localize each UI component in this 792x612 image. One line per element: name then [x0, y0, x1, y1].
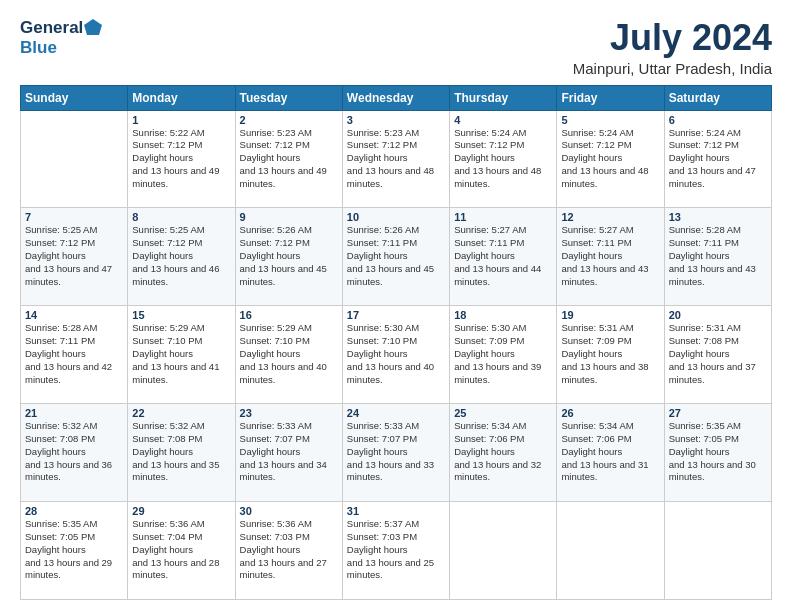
day-number: 20: [669, 309, 767, 321]
logo: General Blue: [20, 18, 102, 58]
col-tuesday: Tuesday: [235, 85, 342, 110]
day-number: 7: [25, 211, 123, 223]
day-number: 1: [132, 114, 230, 126]
day-number: 9: [240, 211, 338, 223]
svg-marker-0: [84, 19, 102, 35]
title-month-year: July 2024: [573, 18, 772, 58]
col-saturday: Saturday: [664, 85, 771, 110]
day-number: 4: [454, 114, 552, 126]
calendar-table: Sunday Monday Tuesday Wednesday Thursday…: [20, 85, 772, 600]
day-number: 3: [347, 114, 445, 126]
logo-icon: [84, 19, 102, 35]
day-info: Sunrise: 5:31 AM Sunset: 7:09 PM Dayligh…: [561, 322, 659, 386]
day-info: Sunrise: 5:23 AM Sunset: 7:12 PM Dayligh…: [347, 127, 445, 191]
day-number: 14: [25, 309, 123, 321]
table-row: 15 Sunrise: 5:29 AM Sunset: 7:10 PM Dayl…: [128, 306, 235, 404]
day-number: 26: [561, 407, 659, 419]
day-number: 28: [25, 505, 123, 517]
title-location: Mainpuri, Uttar Pradesh, India: [573, 60, 772, 77]
day-number: 31: [347, 505, 445, 517]
table-row: 16 Sunrise: 5:29 AM Sunset: 7:10 PM Dayl…: [235, 306, 342, 404]
table-row: 1 Sunrise: 5:22 AM Sunset: 7:12 PM Dayli…: [128, 110, 235, 208]
day-info: Sunrise: 5:24 AM Sunset: 7:12 PM Dayligh…: [561, 127, 659, 191]
day-number: 15: [132, 309, 230, 321]
page: General Blue July 2024 Mainpuri, Uttar P…: [0, 0, 792, 612]
day-number: 21: [25, 407, 123, 419]
day-number: 13: [669, 211, 767, 223]
table-row: 17 Sunrise: 5:30 AM Sunset: 7:10 PM Dayl…: [342, 306, 449, 404]
table-row: [450, 502, 557, 600]
header: General Blue July 2024 Mainpuri, Uttar P…: [20, 18, 772, 77]
day-info: Sunrise: 5:31 AM Sunset: 7:08 PM Dayligh…: [669, 322, 767, 386]
day-number: 10: [347, 211, 445, 223]
table-row: 28 Sunrise: 5:35 AM Sunset: 7:05 PM Dayl…: [21, 502, 128, 600]
week-row-1: 1 Sunrise: 5:22 AM Sunset: 7:12 PM Dayli…: [21, 110, 772, 208]
col-wednesday: Wednesday: [342, 85, 449, 110]
day-info: Sunrise: 5:33 AM Sunset: 7:07 PM Dayligh…: [347, 420, 445, 484]
table-row: 25 Sunrise: 5:34 AM Sunset: 7:06 PM Dayl…: [450, 404, 557, 502]
table-row: 27 Sunrise: 5:35 AM Sunset: 7:05 PM Dayl…: [664, 404, 771, 502]
day-info: Sunrise: 5:35 AM Sunset: 7:05 PM Dayligh…: [669, 420, 767, 484]
day-number: 16: [240, 309, 338, 321]
day-info: Sunrise: 5:25 AM Sunset: 7:12 PM Dayligh…: [132, 224, 230, 288]
title-block: July 2024 Mainpuri, Uttar Pradesh, India: [573, 18, 772, 77]
table-row: [664, 502, 771, 600]
table-row: 22 Sunrise: 5:32 AM Sunset: 7:08 PM Dayl…: [128, 404, 235, 502]
table-row: 6 Sunrise: 5:24 AM Sunset: 7:12 PM Dayli…: [664, 110, 771, 208]
table-row: 10 Sunrise: 5:26 AM Sunset: 7:11 PM Dayl…: [342, 208, 449, 306]
day-number: 30: [240, 505, 338, 517]
table-row: 11 Sunrise: 5:27 AM Sunset: 7:11 PM Dayl…: [450, 208, 557, 306]
day-number: 27: [669, 407, 767, 419]
day-number: 29: [132, 505, 230, 517]
day-number: 23: [240, 407, 338, 419]
day-number: 11: [454, 211, 552, 223]
week-row-4: 21 Sunrise: 5:32 AM Sunset: 7:08 PM Dayl…: [21, 404, 772, 502]
day-info: Sunrise: 5:30 AM Sunset: 7:09 PM Dayligh…: [454, 322, 552, 386]
day-info: Sunrise: 5:35 AM Sunset: 7:05 PM Dayligh…: [25, 518, 123, 582]
logo-general-text: General: [20, 18, 83, 38]
table-row: 20 Sunrise: 5:31 AM Sunset: 7:08 PM Dayl…: [664, 306, 771, 404]
day-number: 2: [240, 114, 338, 126]
col-thursday: Thursday: [450, 85, 557, 110]
day-info: Sunrise: 5:26 AM Sunset: 7:11 PM Dayligh…: [347, 224, 445, 288]
day-info: Sunrise: 5:34 AM Sunset: 7:06 PM Dayligh…: [561, 420, 659, 484]
table-row: 5 Sunrise: 5:24 AM Sunset: 7:12 PM Dayli…: [557, 110, 664, 208]
day-info: Sunrise: 5:22 AM Sunset: 7:12 PM Dayligh…: [132, 127, 230, 191]
day-info: Sunrise: 5:36 AM Sunset: 7:03 PM Dayligh…: [240, 518, 338, 582]
table-row: 24 Sunrise: 5:33 AM Sunset: 7:07 PM Dayl…: [342, 404, 449, 502]
table-row: 12 Sunrise: 5:27 AM Sunset: 7:11 PM Dayl…: [557, 208, 664, 306]
day-number: 8: [132, 211, 230, 223]
day-info: Sunrise: 5:29 AM Sunset: 7:10 PM Dayligh…: [132, 322, 230, 386]
day-info: Sunrise: 5:27 AM Sunset: 7:11 PM Dayligh…: [561, 224, 659, 288]
day-info: Sunrise: 5:37 AM Sunset: 7:03 PM Dayligh…: [347, 518, 445, 582]
day-number: 24: [347, 407, 445, 419]
day-info: Sunrise: 5:29 AM Sunset: 7:10 PM Dayligh…: [240, 322, 338, 386]
table-row: 23 Sunrise: 5:33 AM Sunset: 7:07 PM Dayl…: [235, 404, 342, 502]
day-number: 25: [454, 407, 552, 419]
table-row: 3 Sunrise: 5:23 AM Sunset: 7:12 PM Dayli…: [342, 110, 449, 208]
table-row: 21 Sunrise: 5:32 AM Sunset: 7:08 PM Dayl…: [21, 404, 128, 502]
day-number: 5: [561, 114, 659, 126]
table-row: 4 Sunrise: 5:24 AM Sunset: 7:12 PM Dayli…: [450, 110, 557, 208]
table-row: 19 Sunrise: 5:31 AM Sunset: 7:09 PM Dayl…: [557, 306, 664, 404]
logo-blue-text: Blue: [20, 38, 57, 58]
week-row-3: 14 Sunrise: 5:28 AM Sunset: 7:11 PM Dayl…: [21, 306, 772, 404]
table-row: 9 Sunrise: 5:26 AM Sunset: 7:12 PM Dayli…: [235, 208, 342, 306]
day-info: Sunrise: 5:25 AM Sunset: 7:12 PM Dayligh…: [25, 224, 123, 288]
day-info: Sunrise: 5:34 AM Sunset: 7:06 PM Dayligh…: [454, 420, 552, 484]
week-row-2: 7 Sunrise: 5:25 AM Sunset: 7:12 PM Dayli…: [21, 208, 772, 306]
table-row: 29 Sunrise: 5:36 AM Sunset: 7:04 PM Dayl…: [128, 502, 235, 600]
day-info: Sunrise: 5:32 AM Sunset: 7:08 PM Dayligh…: [25, 420, 123, 484]
day-info: Sunrise: 5:24 AM Sunset: 7:12 PM Dayligh…: [669, 127, 767, 191]
table-row: 13 Sunrise: 5:28 AM Sunset: 7:11 PM Dayl…: [664, 208, 771, 306]
col-friday: Friday: [557, 85, 664, 110]
day-number: 18: [454, 309, 552, 321]
table-row: 7 Sunrise: 5:25 AM Sunset: 7:12 PM Dayli…: [21, 208, 128, 306]
day-info: Sunrise: 5:26 AM Sunset: 7:12 PM Dayligh…: [240, 224, 338, 288]
day-info: Sunrise: 5:30 AM Sunset: 7:10 PM Dayligh…: [347, 322, 445, 386]
table-row: 2 Sunrise: 5:23 AM Sunset: 7:12 PM Dayli…: [235, 110, 342, 208]
day-number: 17: [347, 309, 445, 321]
day-number: 6: [669, 114, 767, 126]
table-row: 26 Sunrise: 5:34 AM Sunset: 7:06 PM Dayl…: [557, 404, 664, 502]
table-row: 31 Sunrise: 5:37 AM Sunset: 7:03 PM Dayl…: [342, 502, 449, 600]
